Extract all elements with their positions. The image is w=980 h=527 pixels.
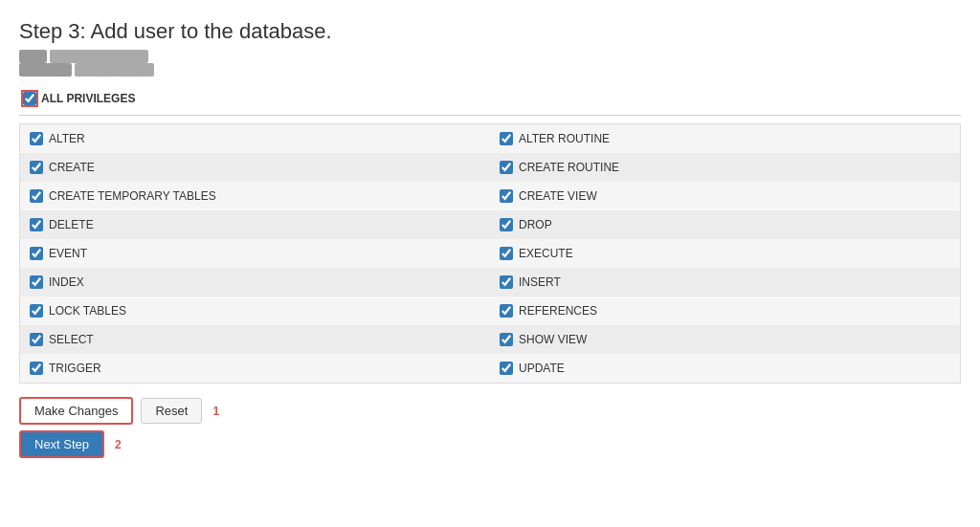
privilege-checkbox[interactable] [30, 189, 43, 203]
privilege-item: CREATE ROUTINE [500, 161, 950, 174]
privilege-checkbox[interactable] [30, 132, 43, 145]
user-label: User: [19, 50, 47, 63]
privilege-checkbox[interactable] [500, 333, 513, 346]
privilege-item: DELETE [30, 218, 480, 231]
privilege-item: TRIGGER [30, 362, 480, 375]
privilege-label[interactable]: DELETE [49, 218, 94, 231]
privilege-checkbox[interactable] [500, 132, 513, 145]
privilege-checkbox[interactable] [500, 189, 513, 203]
divider [19, 115, 961, 116]
privilege-item: LOCK TABLES [30, 304, 480, 318]
reset-button[interactable]: Reset [141, 398, 202, 424]
privilege-label[interactable]: INDEX [49, 275, 84, 289]
all-privileges-checkbox[interactable] [23, 92, 36, 105]
page-title: Step 3: Add user to the database. [19, 19, 961, 44]
privilege-checkbox[interactable] [500, 161, 513, 174]
privilege-checkbox[interactable] [500, 275, 513, 289]
privilege-label[interactable]: CREATE VIEW [519, 189, 597, 203]
privilege-item: ALTER [30, 132, 480, 145]
privilege-checkbox[interactable] [30, 362, 43, 375]
user-info: User: configure_admins Database: configu… [19, 50, 961, 77]
make-changes-row: Make Changes Reset 1 [19, 397, 219, 425]
next-step-button[interactable]: Next Step [19, 430, 104, 458]
privilege-checkbox[interactable] [500, 218, 513, 231]
privilege-label[interactable]: DROP [519, 218, 552, 231]
database-value: configure_test [75, 63, 154, 77]
privilege-label[interactable]: REFERENCES [519, 304, 597, 318]
privilege-item: CREATE [30, 161, 480, 174]
user-value: configure_admins [50, 50, 148, 63]
privilege-label[interactable]: CREATE TEMPORARY TABLES [49, 189, 216, 203]
privilege-label[interactable]: ALTER ROUTINE [519, 132, 610, 145]
privilege-checkbox[interactable] [30, 218, 43, 231]
privileges-table: ALTER ALTER ROUTINE CREATE CREATE ROUTIN… [19, 123, 961, 384]
privilege-checkbox[interactable] [30, 304, 43, 318]
privilege-checkbox[interactable] [30, 333, 43, 346]
privilege-item: CREATE VIEW [500, 189, 950, 203]
privilege-checkbox[interactable] [500, 247, 513, 260]
privilege-item: INDEX [30, 275, 480, 289]
next-step-row: Next Step 2 [19, 430, 122, 458]
privilege-label[interactable]: INSERT [519, 275, 561, 289]
privilege-item: INSERT [500, 275, 950, 289]
make-changes-button[interactable]: Make Changes [19, 397, 133, 425]
privilege-label[interactable]: CREATE [49, 161, 95, 174]
privilege-label[interactable]: LOCK TABLES [49, 304, 126, 318]
privilege-item: ALTER ROUTINE [500, 132, 950, 145]
privilege-label[interactable]: ALTER [49, 132, 85, 145]
privilege-item: EVENT [30, 247, 480, 260]
privilege-item: UPDATE [500, 362, 950, 375]
database-label: Database: [19, 63, 72, 77]
privilege-item: SHOW VIEW [500, 333, 950, 346]
all-privileges-row: ALL PRIVILEGES [19, 86, 961, 111]
badge-2: 2 [115, 438, 122, 451]
privilege-checkbox[interactable] [500, 362, 513, 375]
buttons-section: Make Changes Reset 1 Next Step 2 [19, 397, 961, 458]
privilege-label[interactable]: EVENT [49, 247, 87, 260]
privilege-label[interactable]: CREATE ROUTINE [519, 161, 619, 174]
privilege-checkbox[interactable] [30, 275, 43, 289]
privilege-label[interactable]: UPDATE [519, 362, 565, 375]
badge-1: 1 [212, 405, 219, 418]
privilege-checkbox[interactable] [30, 161, 43, 174]
privilege-label[interactable]: TRIGGER [49, 362, 101, 375]
privilege-label[interactable]: SHOW VIEW [519, 333, 587, 346]
privilege-item: DROP [500, 218, 950, 231]
privilege-item: SELECT [30, 333, 480, 346]
privilege-label[interactable]: EXECUTE [519, 247, 573, 260]
all-privileges-label[interactable]: ALL PRIVILEGES [41, 92, 135, 105]
privilege-label[interactable]: SELECT [49, 333, 94, 346]
privilege-checkbox[interactable] [500, 304, 513, 318]
privilege-checkbox[interactable] [30, 247, 43, 260]
privilege-item: EXECUTE [500, 247, 950, 260]
privilege-item: REFERENCES [500, 304, 950, 318]
privilege-item: CREATE TEMPORARY TABLES [30, 189, 480, 203]
